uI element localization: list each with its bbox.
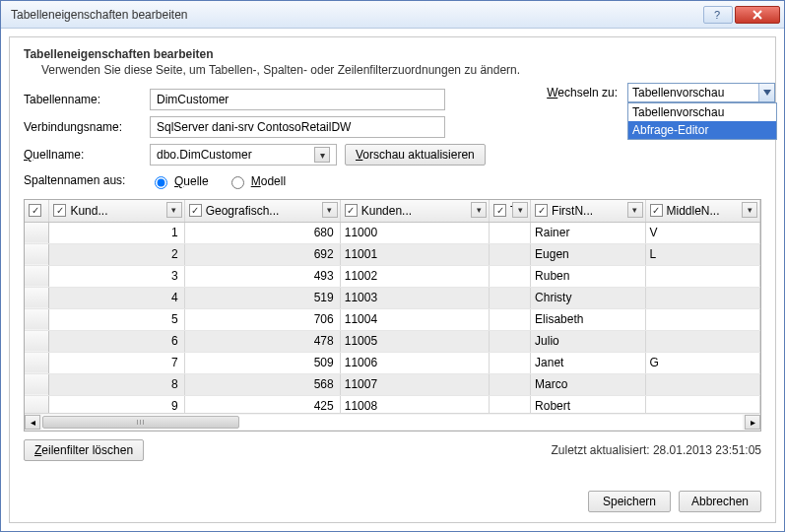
cell[interactable]: Ruben bbox=[531, 265, 645, 287]
save-button[interactable]: Speichern bbox=[588, 491, 671, 512]
cell[interactable]: V bbox=[645, 222, 760, 243]
table-row[interactable]: 647811005Julio bbox=[25, 330, 760, 352]
row-header[interactable] bbox=[25, 243, 49, 265]
table-name-input[interactable] bbox=[150, 89, 445, 110]
chevron-down-icon[interactable] bbox=[758, 84, 774, 101]
row-header[interactable] bbox=[25, 287, 49, 308]
chevron-down-icon[interactable]: ▾ bbox=[314, 147, 330, 163]
checkbox-icon[interactable]: ✓ bbox=[493, 204, 506, 217]
scroll-right-button[interactable]: ▸ bbox=[745, 415, 760, 430]
filter-icon[interactable]: ▾ bbox=[471, 202, 487, 218]
cell[interactable]: Marco bbox=[531, 373, 645, 395]
cell[interactable]: 5 bbox=[49, 308, 184, 330]
switch-combo[interactable]: Tabellenvorschau Tabellenvorschau Abfrag… bbox=[627, 83, 775, 102]
column-header[interactable]: ✓T... ▾ bbox=[490, 200, 531, 222]
scroll-thumb[interactable] bbox=[42, 416, 239, 429]
refresh-preview-button[interactable]: Vorschau aktualisieren bbox=[345, 144, 486, 166]
column-header[interactable]: ✓Kunden... ▾ bbox=[340, 200, 490, 222]
filter-icon[interactable]: ▾ bbox=[742, 202, 757, 218]
cell[interactable]: 680 bbox=[184, 222, 340, 243]
cell[interactable]: 11004 bbox=[340, 308, 490, 330]
cell[interactable]: 509 bbox=[184, 352, 340, 373]
cell[interactable]: 8 bbox=[49, 373, 184, 395]
row-header[interactable] bbox=[25, 222, 49, 243]
cell[interactable]: L bbox=[645, 243, 760, 265]
cell[interactable] bbox=[490, 330, 531, 352]
close-button[interactable] bbox=[735, 6, 780, 24]
checkbox-icon[interactable]: ✓ bbox=[53, 204, 66, 217]
checkbox-icon[interactable]: ✓ bbox=[535, 204, 548, 217]
cell[interactable] bbox=[645, 308, 760, 330]
row-header[interactable] bbox=[25, 265, 49, 287]
cell[interactable]: G bbox=[645, 352, 760, 373]
cell[interactable]: Elisabeth bbox=[531, 308, 645, 330]
scroll-track[interactable] bbox=[42, 415, 743, 430]
cell[interactable] bbox=[490, 352, 531, 373]
column-header[interactable]: ✓FirstN... ▾ bbox=[531, 200, 645, 222]
row-header[interactable] bbox=[25, 352, 49, 373]
filter-icon[interactable]: ▾ bbox=[512, 202, 528, 218]
cell[interactable]: 11007 bbox=[340, 373, 490, 395]
select-all-header[interactable]: ✓ bbox=[25, 200, 49, 222]
help-button[interactable]: ? bbox=[703, 6, 733, 24]
filter-icon[interactable]: ▾ bbox=[322, 202, 338, 218]
table-row[interactable]: 856811007Marco bbox=[25, 373, 760, 395]
switch-option-editor[interactable]: Abfrage-Editor bbox=[628, 121, 776, 139]
row-header[interactable] bbox=[25, 308, 49, 330]
cell[interactable]: Eugen bbox=[531, 243, 645, 265]
radio-source-input[interactable] bbox=[155, 176, 167, 189]
checkbox-icon[interactable]: ✓ bbox=[650, 204, 663, 217]
checkbox-icon[interactable]: ✓ bbox=[189, 204, 202, 217]
cell[interactable]: Janet bbox=[531, 352, 645, 373]
cell[interactable] bbox=[490, 265, 531, 287]
radio-model-input[interactable] bbox=[231, 176, 244, 189]
cell[interactable]: 11001 bbox=[340, 243, 490, 265]
cell[interactable] bbox=[490, 243, 531, 265]
source-select[interactable]: dbo.DimCustomer ▾ bbox=[150, 144, 337, 166]
filter-icon[interactable]: ▾ bbox=[166, 202, 182, 218]
checkbox-icon[interactable]: ✓ bbox=[29, 204, 41, 217]
column-header[interactable]: ✓Kund... ▾ bbox=[49, 200, 184, 222]
cell[interactable] bbox=[645, 373, 760, 395]
cell[interactable]: 519 bbox=[184, 287, 340, 308]
row-header[interactable] bbox=[25, 373, 49, 395]
cell[interactable]: 706 bbox=[184, 308, 340, 330]
cell[interactable]: 478 bbox=[184, 330, 340, 352]
cell[interactable] bbox=[490, 222, 531, 243]
cancel-button[interactable]: Abbrechen bbox=[679, 491, 761, 512]
cell[interactable] bbox=[490, 308, 531, 330]
scroll-left-button[interactable]: ◂ bbox=[25, 415, 40, 430]
clear-row-filter-button[interactable]: Zeilenfilter löschen bbox=[24, 439, 144, 461]
filter-icon[interactable]: ▾ bbox=[627, 202, 643, 218]
cell[interactable]: 11005 bbox=[340, 330, 490, 352]
horizontal-scrollbar[interactable]: ◂ ▸ bbox=[25, 413, 760, 431]
cell[interactable]: 6 bbox=[49, 330, 184, 352]
cell[interactable]: Julio bbox=[531, 330, 645, 352]
radio-source[interactable]: Quelle bbox=[150, 173, 209, 189]
radio-model[interactable]: Modell bbox=[227, 173, 286, 189]
cell[interactable]: 568 bbox=[184, 373, 340, 395]
column-header[interactable]: ✓MiddleN... ▾ bbox=[645, 200, 760, 222]
cell[interactable]: 4 bbox=[49, 287, 184, 308]
cell[interactable]: 3 bbox=[49, 265, 184, 287]
table-row[interactable]: 349311002Ruben bbox=[25, 265, 760, 287]
cell[interactable] bbox=[645, 265, 760, 287]
cell[interactable]: 1 bbox=[49, 222, 184, 243]
cell[interactable] bbox=[490, 287, 531, 308]
cell[interactable]: 2 bbox=[49, 243, 184, 265]
cell[interactable]: 7 bbox=[49, 352, 184, 373]
table-row[interactable]: 269211001EugenL bbox=[25, 243, 760, 265]
table-row[interactable]: 451911003Christy bbox=[25, 287, 760, 308]
table-row[interactable]: 750911006JanetG bbox=[25, 352, 760, 373]
row-header[interactable] bbox=[25, 330, 49, 352]
cell[interactable]: 692 bbox=[184, 243, 340, 265]
cell[interactable] bbox=[645, 330, 760, 352]
cell[interactable]: 11000 bbox=[340, 222, 490, 243]
table-row[interactable]: 168011000RainerV bbox=[25, 222, 760, 243]
column-header[interactable]: ✓Geografisch... ▾ bbox=[184, 200, 340, 222]
table-row[interactable]: 570611004Elisabeth bbox=[25, 308, 760, 330]
cell[interactable]: Christy bbox=[531, 287, 645, 308]
cell[interactable] bbox=[645, 287, 760, 308]
cell[interactable]: 11002 bbox=[340, 265, 490, 287]
cell[interactable] bbox=[490, 373, 531, 395]
